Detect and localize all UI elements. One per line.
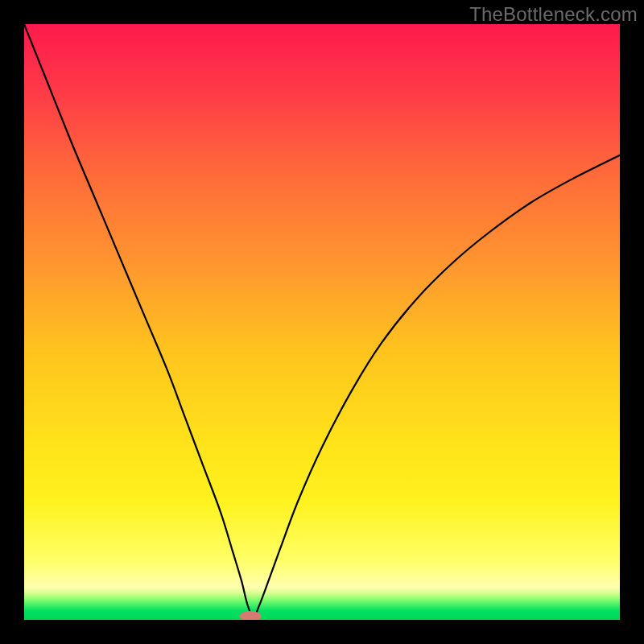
outer-frame: TheBottleneck.com: [0, 0, 644, 644]
chart-area: [24, 24, 620, 620]
watermark-text: TheBottleneck.com: [469, 3, 638, 26]
gradient-background: [24, 24, 620, 620]
chart-svg: [24, 24, 620, 620]
